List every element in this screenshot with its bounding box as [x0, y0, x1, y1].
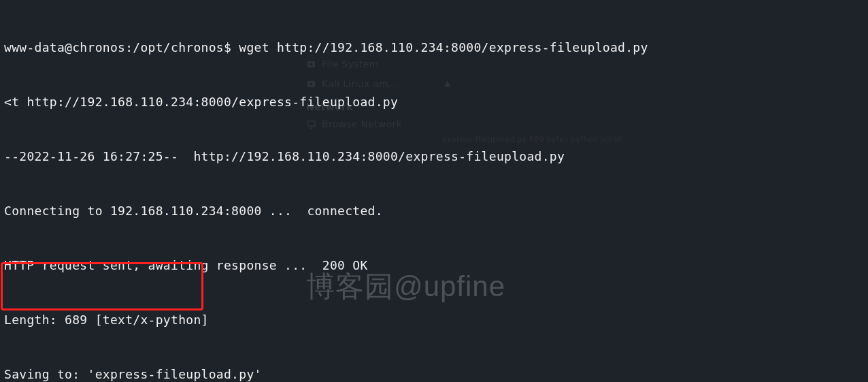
terminal-line: Saving to: 'express-fileupload.py'	[4, 366, 864, 383]
terminal-line: Length: 689 [text/x-python]	[4, 311, 864, 330]
terminal-line: <t http://192.168.110.234:8000/express-f…	[4, 93, 864, 112]
terminal-line: Connecting to 192.168.110.234:8000 ... c…	[4, 202, 864, 221]
terminal-output[interactable]: www-data@chronos:/opt/chronos$ wget http…	[4, 3, 864, 382]
terminal-line: --2022-11-26 16:27:25-- http://192.168.1…	[4, 148, 864, 166]
terminal-line: HTTP request sent, awaiting response ...…	[4, 257, 864, 275]
terminal-line: www-data@chronos:/opt/chronos$ wget http…	[4, 39, 864, 57]
